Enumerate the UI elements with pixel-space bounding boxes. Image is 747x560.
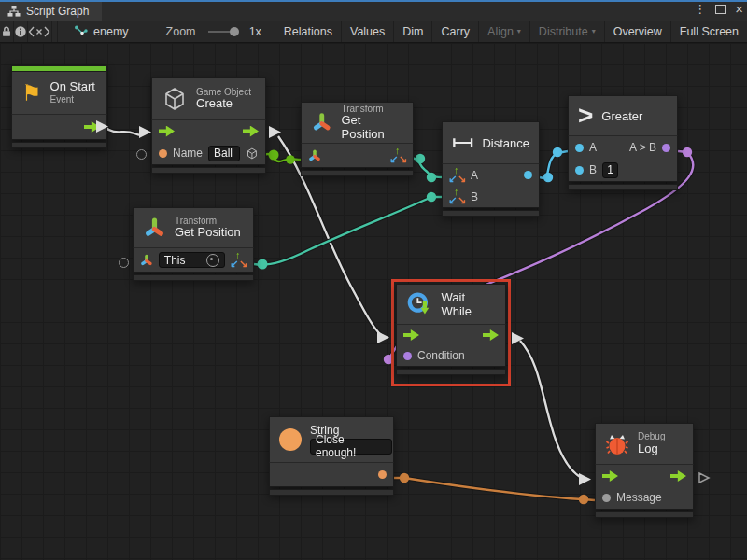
flow-input-port[interactable] bbox=[159, 126, 175, 137]
wait-clock-icon bbox=[406, 290, 432, 318]
port-label: Message bbox=[616, 491, 662, 504]
name-field[interactable]: Ball bbox=[208, 146, 240, 161]
distance-output-port[interactable] bbox=[524, 171, 532, 179]
node-footer bbox=[595, 511, 694, 518]
code-icon bbox=[28, 26, 50, 37]
flow-input-port[interactable] bbox=[403, 329, 419, 341]
overview-button[interactable]: Overview bbox=[605, 21, 671, 42]
zoom-label: Zoom bbox=[158, 21, 204, 42]
greater-icon: > bbox=[578, 103, 593, 129]
vector3-output-port[interactable]: ↑↙↘ bbox=[390, 147, 406, 163]
port-label: Name bbox=[173, 147, 203, 160]
node-footer bbox=[151, 167, 266, 174]
node-header: Distance bbox=[442, 121, 540, 163]
distance-icon bbox=[452, 134, 473, 151]
node-title: Distance bbox=[482, 136, 529, 150]
port-label: B bbox=[589, 163, 597, 176]
node-get-position-bottom[interactable]: Transform Get Position This ↑↙↘ bbox=[133, 207, 254, 281]
node-footer bbox=[442, 210, 540, 217]
b-value-field[interactable]: 1 bbox=[602, 162, 618, 178]
node-greater[interactable]: > Greater A A > B B 1 bbox=[568, 95, 678, 190]
gameobject-output-port[interactable] bbox=[246, 147, 259, 161]
zoom-value: 1x bbox=[241, 21, 275, 42]
flag-icon: ⚑ bbox=[21, 82, 42, 105]
node-title: Wait While bbox=[441, 290, 496, 318]
node-on-start-event[interactable]: ⚑ On Start Event bbox=[11, 65, 107, 148]
node-distance[interactable]: Distance ↑↙↘ A ↑↙↘ B bbox=[442, 121, 540, 217]
tab-bar: Script Graph bbox=[0, 2, 747, 21]
window-menu-icon[interactable]: ⋮ bbox=[694, 3, 706, 15]
message-input-port[interactable] bbox=[602, 494, 611, 502]
vector3-input-port[interactable]: ↑↙↘ bbox=[449, 167, 465, 183]
flow-output-port[interactable] bbox=[243, 126, 259, 137]
string-icon bbox=[279, 428, 302, 451]
relations-button[interactable]: Relations bbox=[275, 21, 342, 42]
script-graph-window: Script Graph ⋮ × bbox=[0, 0, 747, 560]
string-output-port[interactable] bbox=[378, 470, 387, 479]
graph-name: enemy bbox=[93, 25, 129, 38]
close-icon[interactable]: × bbox=[735, 3, 743, 15]
lock-icon bbox=[0, 25, 13, 38]
a-input-port[interactable] bbox=[575, 144, 584, 152]
carry-button[interactable]: Carry bbox=[432, 21, 479, 42]
transform-icon bbox=[311, 111, 332, 134]
node-gameobject-create[interactable]: Game Object Create Name Ball bbox=[151, 77, 266, 174]
full-screen-button[interactable]: Full Screen bbox=[671, 21, 747, 42]
node-header: Game Object Create bbox=[151, 77, 266, 119]
graph-breadcrumb[interactable]: enemy bbox=[65, 21, 137, 42]
transform-icon bbox=[143, 217, 166, 240]
transform-input-port[interactable] bbox=[308, 149, 321, 162]
node-wait-while[interactable]: Wait While Condition bbox=[396, 284, 506, 375]
node-subtitle: Event bbox=[50, 94, 95, 105]
node-header: String Close enough! bbox=[269, 416, 394, 462]
node-header: > Greater bbox=[568, 95, 678, 135]
vector3-output-port[interactable]: ↑↙↘ bbox=[231, 252, 247, 268]
node-get-position-top[interactable]: Transform Get Position ↑↙↘ bbox=[301, 102, 414, 176]
distribute-button[interactable]: Distribute ▾ bbox=[530, 21, 605, 42]
object-picker-icon[interactable] bbox=[206, 254, 219, 267]
port-label: A bbox=[471, 169, 478, 182]
node-footer bbox=[568, 184, 678, 190]
flow-output-port[interactable] bbox=[483, 329, 499, 341]
zoom-slider-handle[interactable] bbox=[230, 27, 239, 36]
b-input-port[interactable] bbox=[575, 166, 584, 175]
node-string[interactable]: String Close enough! bbox=[269, 416, 394, 496]
edit-script-button[interactable] bbox=[28, 21, 52, 42]
graph-icon bbox=[74, 25, 88, 37]
unconnected-flow-triangle[interactable] bbox=[698, 471, 711, 484]
transform-input-port[interactable] bbox=[140, 254, 153, 267]
node-footer bbox=[396, 369, 506, 375]
condition-input-port[interactable] bbox=[403, 352, 412, 360]
string-value-field[interactable]: Close enough! bbox=[310, 439, 392, 455]
dim-button[interactable]: Dim bbox=[394, 21, 432, 42]
node-title: On Start bbox=[50, 80, 95, 94]
node-footer bbox=[269, 489, 394, 496]
hierarchy-icon bbox=[7, 5, 21, 18]
port-label: Condition bbox=[417, 349, 465, 362]
flow-input-port[interactable] bbox=[602, 470, 618, 482]
maximize-icon[interactable] bbox=[715, 5, 726, 14]
zoom-slider[interactable] bbox=[208, 31, 237, 33]
result-output-port[interactable] bbox=[662, 144, 670, 152]
target-field[interactable]: This bbox=[159, 252, 225, 268]
tab-script-graph[interactable]: Script Graph bbox=[0, 2, 102, 21]
node-debug-log[interactable]: Debug Log Message bbox=[595, 423, 694, 518]
port-label: B bbox=[471, 190, 478, 203]
node-header: Wait While bbox=[396, 284, 506, 324]
values-button[interactable]: Values bbox=[342, 21, 394, 42]
inspect-button[interactable] bbox=[14, 21, 28, 42]
align-button[interactable]: Align ▾ bbox=[479, 21, 530, 42]
tab-title: Script Graph bbox=[26, 5, 89, 18]
vector3-input-port[interactable]: ↑↙↘ bbox=[449, 189, 465, 204]
toolbar-spacer bbox=[52, 21, 58, 42]
node-footer bbox=[301, 170, 414, 176]
name-input-port[interactable] bbox=[159, 149, 167, 158]
unconnected-port-circle[interactable] bbox=[136, 149, 147, 160]
node-title: Greater bbox=[601, 109, 642, 123]
chevron-down-icon: ▾ bbox=[517, 27, 521, 35]
lock-button[interactable] bbox=[0, 21, 14, 42]
node-title: Get Position bbox=[341, 114, 403, 142]
node-header: ⚑ On Start Event bbox=[11, 71, 107, 114]
flow-output-port[interactable] bbox=[670, 470, 686, 482]
unconnected-port-circle[interactable] bbox=[119, 258, 129, 268]
